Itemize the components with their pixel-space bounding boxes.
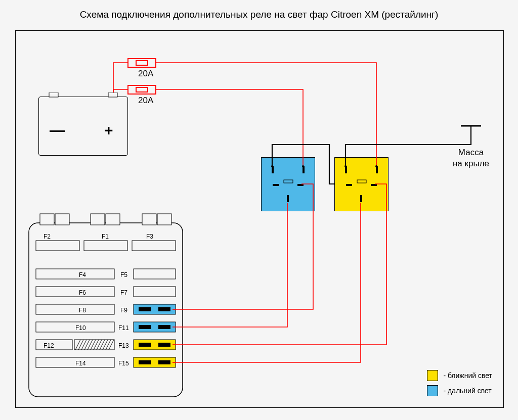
legend-far-beam: - дальний свет bbox=[427, 385, 492, 396]
svg-point-63 bbox=[302, 165, 304, 167]
legend-yellow-swatch bbox=[427, 370, 438, 381]
legend-near-beam: - ближний свет bbox=[427, 370, 492, 381]
svg-point-64 bbox=[344, 165, 347, 167]
svg-point-65 bbox=[375, 165, 377, 167]
legend-blue-swatch bbox=[427, 385, 438, 396]
legend-far-label: - дальний свет bbox=[443, 387, 491, 395]
legend-near-label: - ближний свет bbox=[443, 371, 492, 380]
svg-rect-60 bbox=[136, 87, 148, 92]
svg-point-62 bbox=[271, 165, 273, 167]
svg-rect-59 bbox=[128, 85, 156, 94]
wiring-diagram bbox=[16, 31, 503, 407]
diagram-frame: — + 20А 20А Масса на крыле bbox=[15, 30, 504, 408]
diagram-title: Схема подключения дополнительных реле на… bbox=[0, 9, 518, 20]
svg-rect-57 bbox=[128, 59, 156, 67]
svg-rect-58 bbox=[136, 61, 148, 65]
legend: - ближний свет - дальний свет bbox=[427, 366, 492, 396]
